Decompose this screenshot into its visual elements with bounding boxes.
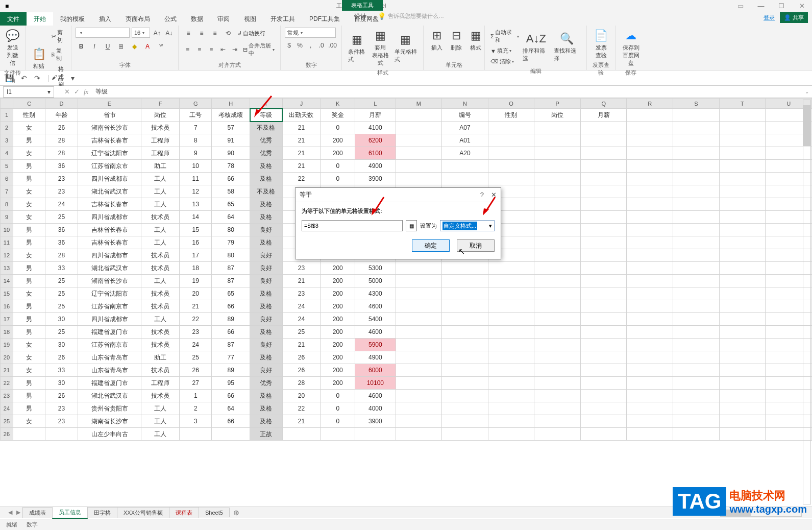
tab-design[interactable]: 设计 bbox=[347, 12, 374, 21]
cell-D17[interactable]: 30 bbox=[45, 313, 78, 326]
cell-M13[interactable] bbox=[396, 262, 442, 275]
cell-C1[interactable]: 性别 bbox=[13, 109, 45, 122]
cell-F24[interactable]: 工人 bbox=[141, 402, 180, 415]
cell-G13[interactable]: 18 bbox=[180, 262, 212, 275]
cell-R22[interactable] bbox=[627, 377, 673, 390]
cell-Q8[interactable] bbox=[580, 198, 627, 211]
row-head-15[interactable]: 15 bbox=[1, 287, 13, 300]
cell-F22[interactable]: 工程师 bbox=[141, 377, 180, 390]
cell-P15[interactable] bbox=[534, 287, 581, 300]
decrease-font-button[interactable]: A↓ bbox=[164, 28, 174, 39]
cell-S22[interactable] bbox=[673, 377, 720, 390]
cell-E1[interactable]: 省市 bbox=[78, 109, 141, 122]
cell-I23[interactable]: 及格 bbox=[250, 390, 282, 402]
cell-R26[interactable] bbox=[627, 428, 673, 441]
cell-N23[interactable] bbox=[442, 390, 488, 402]
cell-G5[interactable]: 10 bbox=[180, 160, 212, 173]
save-baidu-button[interactable]: ☁保存到 百度网盘 bbox=[620, 28, 642, 68]
cell-S6[interactable] bbox=[673, 173, 720, 185]
cell-I4[interactable]: 优秀 bbox=[250, 147, 282, 160]
cell-N22[interactable] bbox=[442, 377, 488, 390]
name-box[interactable]: I1▾ bbox=[3, 86, 54, 98]
cell-I22[interactable]: 优秀 bbox=[250, 377, 282, 390]
cell-S13[interactable] bbox=[673, 262, 720, 275]
cell-Q24[interactable] bbox=[580, 402, 627, 415]
cell-P22[interactable] bbox=[534, 377, 581, 390]
cell-O18[interactable] bbox=[488, 326, 534, 339]
cell-C7[interactable]: 女 bbox=[13, 185, 45, 198]
cell-H9[interactable]: 64 bbox=[212, 211, 250, 224]
sheet-nav-prev[interactable]: ◀ bbox=[6, 509, 14, 516]
cell-N20[interactable] bbox=[442, 351, 488, 364]
row-head-10[interactable]: 10 bbox=[1, 224, 13, 236]
cell-I6[interactable]: 及格 bbox=[250, 173, 282, 185]
add-sheet-button[interactable]: ⊕ bbox=[229, 509, 243, 517]
cell-N14[interactable] bbox=[442, 275, 488, 287]
tab-templates[interactable]: 我的模板 bbox=[53, 12, 92, 26]
cell-O5[interactable] bbox=[488, 160, 534, 173]
cell-J25[interactable]: 21 bbox=[282, 415, 321, 428]
cell-T15[interactable] bbox=[719, 287, 766, 300]
cell-S15[interactable] bbox=[673, 287, 720, 300]
inc-decimal-button[interactable]: .0 bbox=[317, 40, 326, 51]
cell-G20[interactable]: 25 bbox=[180, 351, 212, 364]
cell-N26[interactable] bbox=[442, 428, 488, 441]
cell-K1[interactable]: 奖金 bbox=[321, 109, 355, 122]
cell-H8[interactable]: 65 bbox=[212, 198, 250, 211]
row-head-16[interactable]: 16 bbox=[1, 300, 13, 313]
cell-G11[interactable]: 16 bbox=[180, 236, 212, 249]
cell-K24[interactable]: 0 bbox=[321, 402, 355, 415]
worksheet-area[interactable]: CDEFGHIJKLMNOPQRSTU1性别年龄省市岗位工号考核成绩等级出勤天数… bbox=[0, 98, 812, 518]
col-head-R[interactable]: R bbox=[627, 99, 673, 109]
cell-O13[interactable] bbox=[488, 262, 534, 275]
cell-L4[interactable]: 6100 bbox=[355, 147, 396, 160]
cell-Q20[interactable] bbox=[580, 351, 627, 364]
cell-I9[interactable]: 及格 bbox=[250, 211, 282, 224]
cell-K18[interactable]: 200 bbox=[321, 326, 355, 339]
row-head-13[interactable]: 13 bbox=[1, 262, 13, 275]
cell-Q2[interactable] bbox=[580, 122, 627, 134]
cell-R20[interactable] bbox=[627, 351, 673, 364]
cell-G8[interactable]: 13 bbox=[180, 198, 212, 211]
cell-Q11[interactable] bbox=[580, 236, 627, 249]
cell-S20[interactable] bbox=[673, 351, 720, 364]
cell-M20[interactable] bbox=[396, 351, 442, 364]
font-size-select[interactable]: 16▾ bbox=[132, 28, 150, 38]
cell-K26[interactable] bbox=[321, 428, 355, 441]
cell-M15[interactable] bbox=[396, 287, 442, 300]
cell-N25[interactable] bbox=[442, 415, 488, 428]
undo-icon[interactable]: ↶ bbox=[21, 74, 27, 82]
col-head-J[interactable]: J bbox=[282, 99, 321, 109]
cell-I21[interactable]: 良好 bbox=[250, 364, 282, 377]
cell-L18[interactable]: 4600 bbox=[355, 326, 396, 339]
row-head-20[interactable]: 20 bbox=[1, 351, 13, 364]
phonetic-button[interactable]: ᵂ bbox=[155, 41, 166, 52]
sheet-tab-1[interactable]: 成绩表 bbox=[22, 507, 53, 518]
cell-E17[interactable]: 四川省成都市 bbox=[78, 313, 141, 326]
percent-button[interactable]: % bbox=[296, 40, 304, 51]
cell-D1[interactable]: 年龄 bbox=[45, 109, 78, 122]
cell-L16[interactable]: 4600 bbox=[355, 300, 396, 313]
cell-G21[interactable]: 26 bbox=[180, 364, 212, 377]
cell-P25[interactable] bbox=[534, 415, 581, 428]
row-head-7[interactable]: 7 bbox=[1, 185, 13, 198]
fill-button[interactable]: ▼填充▾ bbox=[489, 46, 521, 56]
cell-F5[interactable]: 助工 bbox=[141, 160, 180, 173]
cell-Q12[interactable] bbox=[580, 249, 627, 262]
cell-P19[interactable] bbox=[534, 339, 581, 351]
cell-J14[interactable]: 21 bbox=[282, 275, 321, 287]
cell-D4[interactable]: 28 bbox=[45, 147, 78, 160]
cell-R13[interactable] bbox=[627, 262, 673, 275]
cell-K19[interactable]: 200 bbox=[321, 339, 355, 351]
cell-J1[interactable]: 出勤天数 bbox=[282, 109, 321, 122]
cell-O6[interactable] bbox=[488, 173, 534, 185]
cell-R25[interactable] bbox=[627, 415, 673, 428]
cell-F12[interactable]: 技术员 bbox=[141, 249, 180, 262]
cell-T13[interactable] bbox=[719, 262, 766, 275]
cell-T4[interactable] bbox=[719, 147, 766, 160]
row-head-19[interactable]: 19 bbox=[1, 339, 13, 351]
cell-J13[interactable]: 23 bbox=[282, 262, 321, 275]
cell-C10[interactable]: 男 bbox=[13, 224, 45, 236]
cell-E14[interactable]: 湖南省长沙市 bbox=[78, 275, 141, 287]
cell-Q6[interactable] bbox=[580, 173, 627, 185]
